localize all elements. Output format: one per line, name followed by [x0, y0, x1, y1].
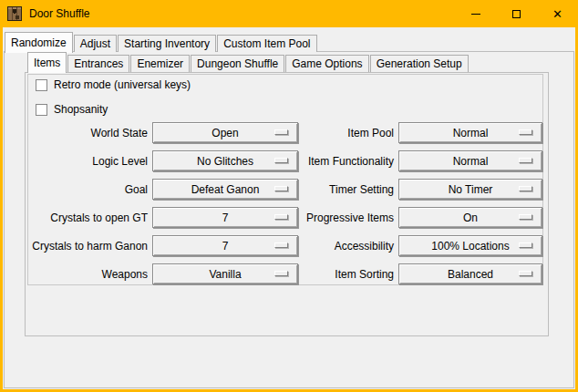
- item-sorting-dropdown[interactable]: Balanced: [398, 263, 542, 284]
- tab-items[interactable]: Items: [27, 52, 67, 73]
- dropdown-indicator-icon: [274, 214, 288, 220]
- crystals-harm-ganon-label: Crystals to harm Ganon: [29, 240, 148, 253]
- items-options-frame: Retro mode (universal keys) Shopsanity W…: [27, 74, 543, 285]
- window-title: Door Shuffle: [29, 7, 90, 20]
- close-button[interactable]: ✕: [537, 0, 578, 27]
- minimize-icon: [471, 14, 480, 15]
- client-area: Randomize Adjust Starting Inventory Cust…: [3, 27, 575, 389]
- maximize-icon: [512, 10, 521, 18]
- item-pool-label: Item Pool: [303, 127, 394, 139]
- item-pool-dropdown[interactable]: Normal: [398, 122, 542, 143]
- crystals-harm-ganon-value: 7: [222, 240, 229, 253]
- dropdown-indicator-icon: [519, 242, 532, 248]
- tab-dungeon-shuffle[interactable]: Dungeon Shuffle: [191, 55, 284, 72]
- timer-setting-label: Timer Setting: [303, 183, 394, 196]
- dropdown-indicator-icon: [519, 186, 532, 191]
- dropdown-indicator-icon: [274, 271, 288, 276]
- logic-level-label: Logic Level: [29, 155, 148, 168]
- minimize-button[interactable]: [455, 0, 496, 27]
- dropdown-indicator-icon: [519, 214, 532, 220]
- tab-enemizer[interactable]: Enemizer: [130, 55, 190, 72]
- dropdown-indicator-icon: [519, 158, 532, 163]
- close-icon: ✕: [552, 8, 563, 20]
- accessibility-label: Accessibility: [303, 240, 394, 253]
- item-functionality-dropdown[interactable]: Normal: [398, 150, 542, 171]
- tab-game-options[interactable]: Game Options: [285, 55, 368, 72]
- sub-tab-bar: Items Entrances Enemizer Dungeon Shuffle…: [27, 51, 470, 72]
- retro-mode-checkbox[interactable]: [36, 79, 47, 91]
- world-state-value: Open: [212, 127, 238, 139]
- accessibility-dropdown[interactable]: 100% Locations: [398, 235, 542, 256]
- dropdown-indicator-icon: [274, 186, 288, 191]
- caption-buttons: ✕: [455, 0, 578, 27]
- crystals-open-gt-label: Crystals to open GT: [29, 211, 148, 224]
- tab-starting-inventory[interactable]: Starting Inventory: [118, 35, 216, 52]
- logic-level-value: No Glitches: [197, 155, 253, 168]
- weapons-value: Vanilla: [209, 268, 241, 281]
- retro-mode-checkbox-row[interactable]: Retro mode (universal keys): [36, 78, 191, 91]
- weapons-dropdown[interactable]: Vanilla: [152, 263, 298, 284]
- tab-generation-setup[interactable]: Generation Setup: [370, 55, 469, 72]
- dropdown-indicator-icon: [519, 271, 532, 276]
- item-functionality-label: Item Functionality: [303, 155, 394, 168]
- shopsanity-checkbox[interactable]: [36, 104, 47, 116]
- tab-randomize[interactable]: Randomize: [5, 32, 73, 53]
- item-pool-value: Normal: [453, 127, 489, 139]
- dropdown-indicator-icon: [274, 242, 288, 248]
- goal-value: Defeat Ganon: [191, 183, 260, 196]
- options-grid: World State Open Item Pool Normal Logic …: [29, 122, 542, 284]
- item-sorting-label: Item Sorting: [303, 268, 394, 281]
- timer-setting-value: No Timer: [449, 183, 493, 196]
- tab-custom-item-pool[interactable]: Custom Item Pool: [217, 35, 316, 52]
- crystals-open-gt-dropdown[interactable]: 7: [152, 207, 298, 228]
- logic-level-dropdown[interactable]: No Glitches: [152, 150, 298, 171]
- dropdown-indicator-icon: [274, 129, 288, 135]
- shopsanity-checkbox-row[interactable]: Shopsanity: [36, 103, 108, 116]
- progressive-items-dropdown[interactable]: On: [398, 207, 542, 228]
- progressive-items-label: Progressive Items: [303, 211, 394, 224]
- window: Door Shuffle ✕ Randomize Adjust Starting…: [0, 0, 578, 392]
- item-functionality-value: Normal: [453, 155, 489, 168]
- crystals-harm-ganon-dropdown[interactable]: 7: [152, 235, 298, 256]
- item-sorting-value: Balanced: [448, 268, 493, 281]
- progressive-items-value: On: [463, 211, 478, 224]
- retro-mode-label: Retro mode (universal keys): [54, 78, 191, 91]
- accessibility-value: 100% Locations: [431, 240, 509, 253]
- crystals-open-gt-value: 7: [222, 211, 229, 224]
- tab-adjust[interactable]: Adjust: [74, 35, 117, 52]
- shopsanity-label: Shopsanity: [54, 103, 108, 116]
- dropdown-indicator-icon: [274, 158, 288, 163]
- titlebar[interactable]: Door Shuffle ✕: [0, 0, 578, 27]
- goal-label: Goal: [29, 183, 148, 196]
- door-icon: [7, 6, 22, 21]
- maximize-button[interactable]: [496, 0, 537, 27]
- weapons-label: Weapons: [29, 268, 148, 281]
- dropdown-indicator-icon: [519, 129, 532, 135]
- world-state-dropdown[interactable]: Open: [152, 122, 298, 143]
- world-state-label: World State: [29, 127, 148, 139]
- main-tab-bar: Randomize Adjust Starting Inventory Cust…: [5, 31, 318, 52]
- goal-dropdown[interactable]: Defeat Ganon: [152, 179, 298, 200]
- tab-entrances[interactable]: Entrances: [67, 55, 129, 72]
- timer-setting-dropdown[interactable]: No Timer: [398, 179, 542, 200]
